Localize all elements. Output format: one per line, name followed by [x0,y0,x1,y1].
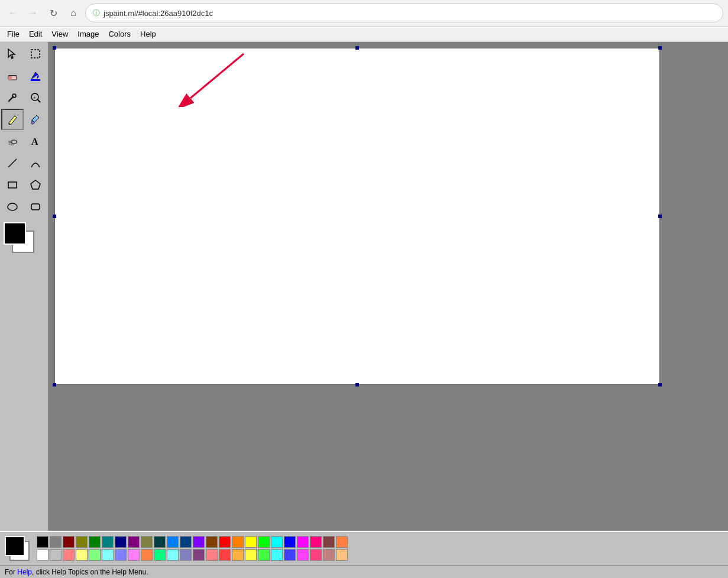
paint-canvas[interactable] [54,48,660,385]
color-cornflower[interactable] [284,549,296,561]
color-tomato[interactable] [219,549,231,561]
menu-edit[interactable]: Edit [24,28,47,40]
forward-button[interactable]: → [25,5,41,21]
resize-handle-bm[interactable] [355,383,359,387]
tool-brush[interactable] [24,109,47,130]
menu-view[interactable]: View [47,28,73,40]
tool-airbrush[interactable] [1,131,24,152]
color-dodger-blue[interactable] [167,536,179,548]
color-olive[interactable] [76,536,88,548]
color-violet[interactable] [193,536,205,548]
svg-marker-22 [31,180,40,189]
color-white[interactable] [37,549,48,561]
tool-free-select[interactable] [1,43,24,64]
color-orange[interactable] [232,536,244,548]
resize-handle-ml[interactable] [53,215,56,218]
color-dark-teal[interactable] [154,536,166,548]
color-violet2[interactable] [297,549,309,561]
tool-eraser[interactable] [1,65,24,86]
app-container: File Edit View Image Colors Help [0,27,728,578]
color-light-yellow[interactable] [76,549,88,561]
color-gray[interactable] [50,536,62,548]
color-lime[interactable] [258,536,270,548]
color-light-blue[interactable] [115,549,127,561]
color-medium-orchid[interactable] [193,549,205,561]
resize-handle-bl[interactable] [53,383,56,387]
canvas-container[interactable] [48,42,728,531]
current-fg-color[interactable] [5,536,25,556]
resize-handle-tr[interactable] [658,46,662,50]
color-light-green[interactable] [89,549,101,561]
home-button[interactable]: ⌂ [65,5,82,21]
color-dark-blue2[interactable] [180,536,192,548]
color-orange2[interactable] [336,536,348,548]
tool-rectangle[interactable] [1,174,24,196]
color-light-magenta[interactable] [128,549,140,561]
color-dusty-rose[interactable] [323,549,335,561]
menu-help[interactable]: Help [135,28,161,40]
resize-handle-tm[interactable] [355,46,359,50]
help-link[interactable]: Help [17,568,32,576]
address-bar: ⓘ [85,4,723,22]
rounded-rect-icon [30,201,41,213]
fill-icon [30,70,41,82]
back-button[interactable]: ← [5,5,21,21]
color-bright-cyan[interactable] [271,549,283,561]
tool-text[interactable]: A [24,131,47,152]
color-hot-pink[interactable] [310,536,322,548]
color-black[interactable] [37,536,48,548]
color-blue[interactable] [284,536,296,548]
fg-color-swatch[interactable] [4,222,26,245]
svg-point-23 [8,203,17,210]
color-salmon[interactable] [206,549,218,561]
color-pale-cyan[interactable] [167,549,179,561]
color-bright-green[interactable] [258,549,270,561]
tool-eyedropper[interactable] [1,87,24,108]
tool-curve[interactable] [24,152,47,174]
url-input[interactable] [103,9,716,18]
color-maroon[interactable] [63,536,75,548]
color-silver[interactable] [50,549,62,561]
tool-pencil[interactable] [1,109,24,130]
tool-ellipse[interactable] [1,196,24,217]
tool-polygon[interactable] [24,174,47,196]
color-light-orange[interactable] [141,549,153,561]
color-yellow-olive[interactable] [141,536,153,548]
color-deep-pink[interactable] [310,549,322,561]
color-purple[interactable] [128,536,140,548]
svg-marker-0 [8,49,15,59]
reload-button[interactable]: ↻ [45,5,62,21]
color-light-pink[interactable] [63,549,75,561]
tool-fill[interactable] [24,65,47,86]
tool-magnifier[interactable]: + [24,87,47,108]
color-teal[interactable] [102,536,114,548]
palette-row-2 [37,549,348,561]
color-yellow[interactable] [245,536,257,548]
color-spring-green[interactable] [154,549,166,561]
tool-line[interactable] [1,152,24,174]
resize-handle-mr[interactable] [658,215,662,218]
menu-colors[interactable]: Colors [103,28,135,40]
color-brown[interactable] [206,536,218,548]
color-green[interactable] [89,536,101,548]
resize-handle-br[interactable] [658,383,662,387]
color-navy[interactable] [115,536,127,548]
color-medium-slate[interactable] [180,549,192,561]
menu-bar: File Edit View Image Colors Help [0,27,728,42]
tool-rounded-rect[interactable] [24,196,47,217]
color-cyan[interactable] [271,536,283,548]
menu-file[interactable]: File [2,28,24,40]
color-peach[interactable] [336,549,348,561]
svg-rect-13 [11,140,17,144]
color-light-cyan[interactable] [102,549,114,561]
color-gold[interactable] [232,549,244,561]
color-rosy-brown[interactable] [323,536,335,548]
color-bright-yellow[interactable] [245,549,257,561]
menu-image[interactable]: Image [73,28,103,40]
brush-icon [30,113,41,125]
resize-handle-tl[interactable] [53,46,56,50]
tool-rect-select[interactable] [24,43,47,64]
color-red[interactable] [219,536,231,548]
color-magenta[interactable] [297,536,309,548]
color-palette [37,536,348,561]
